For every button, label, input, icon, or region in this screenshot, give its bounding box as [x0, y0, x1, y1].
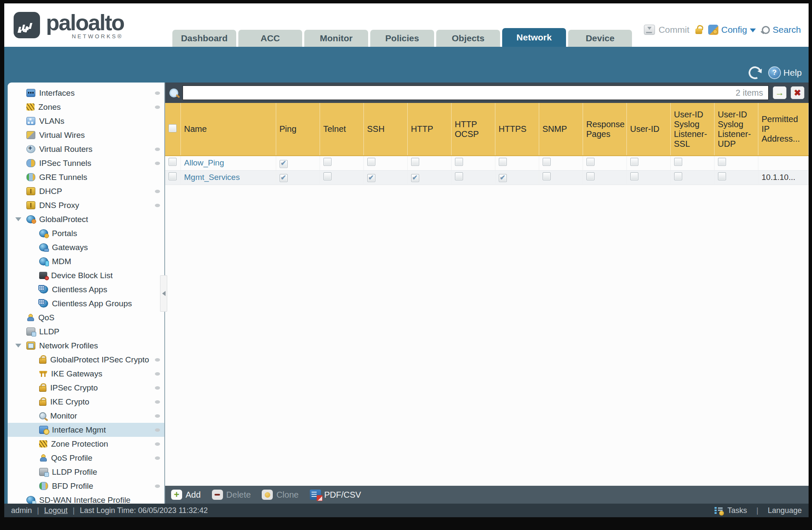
sidebar-item-gateways[interactable]: Gateways: [8, 240, 164, 254]
sidebar-item-globalprotect[interactable]: GlobalProtect: [8, 212, 164, 226]
response-pages-checkbox[interactable]: [586, 172, 595, 180]
column-header-https[interactable]: HTTPS: [495, 103, 539, 156]
sidebar-item-bfd-profile[interactable]: BFD Profile: [8, 479, 164, 493]
sidebar-item-interfaces[interactable]: Interfaces: [8, 86, 164, 100]
http-checkbox[interactable]: [411, 174, 419, 182]
http-checkbox[interactable]: [411, 158, 419, 166]
sidebar-item-network-profiles[interactable]: Network Profiles: [8, 339, 164, 353]
clear-filter-button[interactable]: ✖: [791, 86, 804, 99]
sidebar-item-zone-protection[interactable]: Zone Protection: [8, 437, 164, 451]
user-id-syslog-listener-ssl-checkbox[interactable]: [674, 172, 682, 180]
sidebar-item-ipsec-tunnels[interactable]: IPSec Tunnels: [8, 156, 164, 170]
sidebar-item-ipsec-crypto[interactable]: IPSec Crypto: [8, 381, 164, 395]
tab-monitor[interactable]: Monitor: [304, 30, 368, 47]
sidebar-item-monitor[interactable]: Monitor: [8, 409, 164, 423]
sidebar-item-sd-wan-interface-profile[interactable]: SD-WAN Interface Profile: [8, 493, 164, 504]
sidebar-item-portals[interactable]: Portals: [8, 226, 164, 240]
column-header-user-id-syslog-listener-ssl[interactable]: User-ID Syslog Listener-SSL: [670, 103, 714, 156]
user-id-syslog-listener-ssl-checkbox[interactable]: [674, 158, 682, 166]
ping-checkbox[interactable]: [280, 174, 288, 182]
sidebar-item-clientless-apps[interactable]: Clientless Apps: [8, 282, 164, 296]
clone-button[interactable]: Clone: [262, 490, 298, 500]
column-header-http[interactable]: HTTP: [407, 103, 451, 156]
tab-objects[interactable]: Objects: [436, 30, 500, 47]
sidebar-item-zones[interactable]: Zones: [8, 100, 164, 114]
sidebar-item-gre-tunnels[interactable]: GRE Tunnels: [8, 170, 164, 184]
tab-device[interactable]: Device: [568, 30, 632, 47]
column-header-permitted-ip-address[interactable]: Permitted IP Address...: [758, 103, 809, 156]
delete-button[interactable]: Delete: [212, 490, 251, 500]
telnet-checkbox[interactable]: [323, 172, 332, 180]
sidebar-item-interface-mgmt[interactable]: Interface Mgmt: [8, 423, 164, 437]
column-header-telnet[interactable]: Telnet: [320, 103, 363, 156]
global-search-button[interactable]: Search: [762, 25, 801, 35]
ssh-checkbox[interactable]: [367, 174, 375, 182]
row-name-link[interactable]: Mgmt_Services: [184, 173, 240, 182]
user-id-checkbox[interactable]: [630, 158, 638, 166]
sidebar-item-globalprotect-ipsec-crypto[interactable]: GlobalProtect IPSec Crypto: [8, 353, 164, 367]
interface-mgmt-table: NamePingTelnetSSHHTTPHTTP OCSPHTTPSSNMPR…: [165, 103, 809, 185]
tasks-button[interactable]: Tasks: [727, 506, 747, 515]
telnet-checkbox[interactable]: [323, 158, 332, 166]
sidebar-item-label: Monitor: [50, 411, 77, 421]
tab-acc[interactable]: ACC: [238, 30, 302, 47]
sidebar-item-vlans[interactable]: VLANs: [8, 114, 164, 128]
sidebar-item-qos[interactable]: QoS: [8, 311, 164, 325]
language-button[interactable]: Language: [768, 506, 802, 515]
refresh-icon[interactable]: [747, 65, 763, 81]
sidebar-item-ike-gateways[interactable]: IKE Gateways: [8, 367, 164, 381]
column-header-http-ocsp[interactable]: HTTP OCSP: [451, 103, 495, 156]
user-id-syslog-listener-udp-checkbox[interactable]: [718, 158, 726, 166]
row-name-link[interactable]: Allow_Ping: [184, 158, 224, 167]
config-menu-button[interactable]: Config: [708, 25, 756, 35]
lock-icon[interactable]: [695, 28, 702, 34]
column-header-ping[interactable]: Ping: [276, 103, 320, 156]
http-ocsp-checkbox[interactable]: [455, 172, 463, 180]
column-header-user-id[interactable]: User-ID: [626, 103, 670, 156]
response-pages-checkbox[interactable]: [586, 158, 595, 166]
apply-filter-button[interactable]: →: [773, 86, 786, 99]
column-header-ssh[interactable]: SSH: [363, 103, 407, 156]
row-checkbox[interactable]: [169, 172, 177, 180]
sidebar-item-dns-proxy[interactable]: DNS Proxy: [8, 198, 164, 212]
column-header-name[interactable]: Name: [180, 103, 276, 156]
user-id-checkbox[interactable]: [630, 172, 638, 180]
snmp-checkbox[interactable]: [543, 172, 551, 180]
sidebar-item-virtual-wires[interactable]: Virtual Wires: [8, 128, 164, 142]
ping-checkbox[interactable]: [280, 160, 288, 168]
pdf-csv-button[interactable]: PDF/CSV: [310, 490, 361, 500]
logout-link[interactable]: Logout: [44, 506, 68, 515]
add-button[interactable]: + Add: [171, 490, 201, 500]
commit-button[interactable]: Commit: [644, 25, 689, 35]
tab-network[interactable]: Network: [502, 28, 566, 47]
sidebar-item-virtual-routers[interactable]: Virtual Routers: [8, 142, 164, 156]
snmp-checkbox[interactable]: [543, 158, 551, 166]
select-all-checkbox[interactable]: [169, 124, 177, 132]
delete-label: Delete: [226, 490, 251, 500]
user-id-syslog-listener-udp-checkbox[interactable]: [718, 172, 726, 180]
sidebar-collapse-handle[interactable]: [160, 275, 167, 312]
https-checkbox[interactable]: [499, 174, 507, 182]
sidebar-item-mdm[interactable]: MDM: [8, 254, 164, 268]
expand-triangle-icon[interactable]: [15, 344, 21, 348]
sidebar-item-lldp-profile[interactable]: LLDP Profile: [8, 465, 164, 479]
sidebar-item-clientless-app-groups[interactable]: Clientless App Groups: [8, 296, 164, 311]
filter-input[interactable]: [183, 86, 736, 100]
tab-dashboard[interactable]: Dashboard: [172, 30, 236, 47]
expand-triangle-icon[interactable]: [15, 217, 21, 221]
sidebar-item-qos-profile[interactable]: QoS Profile: [8, 451, 164, 465]
column-header-user-id-syslog-listener-udp[interactable]: User-ID Syslog Listener-UDP: [714, 103, 758, 156]
http-ocsp-checkbox[interactable]: [455, 158, 463, 166]
filter-search-icon: [169, 88, 178, 97]
ssh-checkbox[interactable]: [367, 158, 375, 166]
sidebar-item-dhcp[interactable]: DHCP: [8, 184, 164, 198]
sidebar-item-lldp[interactable]: LLDP: [8, 325, 164, 339]
sidebar-item-ike-crypto[interactable]: IKE Crypto: [8, 395, 164, 409]
row-checkbox[interactable]: [169, 158, 177, 166]
column-header-response-pages[interactable]: Response Pages: [583, 103, 626, 156]
https-checkbox[interactable]: [499, 158, 507, 166]
help-button[interactable]: ? Help: [768, 66, 802, 79]
tab-policies[interactable]: Policies: [370, 30, 434, 47]
sidebar-item-device-block-list[interactable]: Device Block List: [8, 268, 164, 282]
column-header-snmp[interactable]: SNMP: [539, 103, 583, 156]
